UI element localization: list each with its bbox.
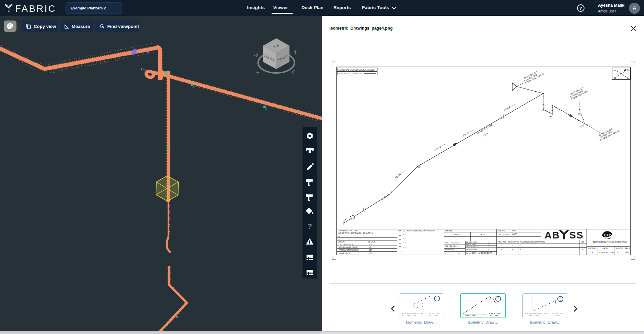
svg-text:–: – bbox=[458, 242, 460, 244]
svg-text:REV. DATE: REV. DATE bbox=[508, 240, 519, 243]
svg-text:E: E bbox=[627, 76, 629, 79]
svg-text:150#: 150# bbox=[483, 132, 488, 137]
svg-text:507: 507 bbox=[369, 252, 372, 254]
svg-text:SYS. NO.: SYS. NO. bbox=[498, 230, 505, 232]
svg-text:S: S bbox=[255, 70, 260, 76]
svg-text:RO: RO bbox=[626, 251, 629, 254]
svg-text:E: E bbox=[291, 69, 296, 75]
svg-text:–: – bbox=[338, 235, 340, 237]
svg-text:45°: 45° bbox=[577, 113, 581, 115]
svg-text:PS–04 — –: PS–04 — – bbox=[504, 103, 515, 111]
svg-text:API 571 DAMAGE MECHANISMS:: API 571 DAMAGE MECHANISMS: bbox=[398, 229, 435, 232]
svg-text:–: – bbox=[520, 248, 521, 250]
svg-text:000: 000 bbox=[512, 229, 516, 232]
svg-text:N: N bbox=[292, 49, 299, 55]
svg-text:OPER. TEMP.: OPER. TEMP. bbox=[466, 244, 476, 246]
svg-text:–: – bbox=[458, 249, 460, 251]
svg-text:?: ? bbox=[308, 222, 312, 230]
svg-text:GENERAL NOTES:: GENERAL NOTES: bbox=[338, 229, 358, 232]
svg-text:–: – bbox=[512, 244, 514, 247]
svg-text:LINE NO.: LINE NO. bbox=[602, 248, 608, 249]
svg-text:01: 01 bbox=[617, 251, 620, 254]
svg-text:–: – bbox=[520, 252, 521, 254]
svg-text:DR BY:: DR BY: bbox=[466, 253, 471, 254]
svg-text:12/22/2025: 12/22/2025 bbox=[481, 252, 492, 254]
svg-text:ADK: ADK bbox=[472, 252, 477, 254]
svg-text:–: – bbox=[445, 252, 447, 254]
svg-text:–: – bbox=[488, 241, 490, 243]
svg-text:W: W bbox=[614, 69, 616, 72]
svg-text:–: – bbox=[458, 252, 460, 254]
svg-text:–: – bbox=[582, 248, 583, 250]
svg-text:–: – bbox=[501, 252, 502, 254]
svg-text:–: – bbox=[338, 238, 340, 240]
svg-text:12C: 12C bbox=[369, 243, 373, 246]
svg-text:CIRCUIT NO.: CIRCUIT NO. bbox=[498, 233, 508, 235]
svg-text:–: – bbox=[501, 248, 502, 250]
svg-text:PLATFM ID:: PLATFM ID: bbox=[588, 248, 596, 249]
svg-text:12P: 12P bbox=[369, 249, 372, 251]
svg-text:4″x3″: 4″x3″ bbox=[580, 124, 585, 128]
svg-text:PIPE TIER (APC): PIPE TIER (APC) bbox=[445, 246, 457, 247]
svg-text:45°: 45° bbox=[541, 110, 545, 112]
svg-text:REVISION DESCRIPTION: REVISION DESCRIPTION bbox=[520, 240, 545, 243]
svg-text:SHEET NO:: SHEET NO: bbox=[615, 248, 624, 249]
svg-text:P&ID’s: P&ID’s bbox=[445, 229, 453, 232]
svg-text:–: – bbox=[520, 244, 521, 247]
svg-text:REV. #: REV. # bbox=[625, 248, 630, 249]
svg-text:–: – bbox=[512, 252, 514, 254]
svg-text:–: – bbox=[488, 246, 490, 248]
svg-text:–: – bbox=[582, 252, 583, 254]
svg-text:W: W bbox=[253, 51, 260, 59]
svg-text:S: S bbox=[614, 76, 616, 79]
svg-text:OPER. PRESS.: OPER. PRESS. bbox=[466, 249, 477, 250]
svg-text:–: – bbox=[582, 244, 583, 247]
svg-text:INSULATION: INSULATION bbox=[445, 249, 454, 251]
svg-text:PS–03 — –: PS–03 — – bbox=[462, 128, 474, 137]
svg-text:NEAREST LANDMARK: ABJ–8210: NEAREST LANDMARK: ABJ–8210 bbox=[338, 232, 373, 234]
svg-text:4089: 4089 bbox=[454, 233, 459, 235]
svg-text:CELLAR DECK: CELLAR DECK bbox=[339, 243, 354, 246]
svg-text:?: ? bbox=[579, 6, 582, 11]
svg-text:INSPECTION PIPING ISOMETRIC: INSPECTION PIPING ISOMETRIC bbox=[593, 241, 627, 243]
svg-text:DECK:: DECK: bbox=[338, 240, 345, 243]
svg-text:REV. NO.: REV. NO. bbox=[498, 240, 507, 243]
svg-text:1D: 1D bbox=[369, 246, 371, 248]
svg-text:HIGH TEMPERATURE CARBON STEEL: HIGH TEMPERATURE CARBON STEEL bbox=[338, 73, 362, 75]
svg-text:–: – bbox=[607, 244, 608, 246]
svg-text:45°: 45° bbox=[418, 166, 421, 168]
svg-text:BY: BY bbox=[581, 240, 585, 243]
svg-text:N: N bbox=[627, 68, 629, 71]
svg-text:4090: 4090 bbox=[481, 233, 485, 235]
svg-text:DESIGN PRESS.: DESIGN PRESS. bbox=[466, 246, 478, 248]
svg-text:CS: CS bbox=[590, 251, 593, 254]
svg-text:–: – bbox=[455, 237, 457, 240]
svg-text:DESIGN TEMP.: DESIGN TEMP. bbox=[466, 242, 477, 243]
svg-text:–: – bbox=[458, 245, 460, 247]
svg-text:–: – bbox=[501, 244, 502, 247]
svg-text:–: – bbox=[488, 248, 490, 250]
svg-text:PRODUCTION DECK: PRODUCTION DECK bbox=[339, 249, 359, 251]
svg-text:0000: 0000 bbox=[512, 233, 517, 235]
svg-text:45°: 45° bbox=[549, 116, 552, 118]
svg-text:45°: 45° bbox=[384, 196, 387, 198]
svg-text:–: – bbox=[508, 230, 510, 232]
svg-text:PIPE CLASS (API): PIPE CLASS (API) bbox=[445, 242, 458, 244]
svg-text:AB: AB bbox=[545, 230, 560, 240]
svg-text:PS–01 — –: PS–01 — – bbox=[395, 170, 405, 179]
svg-text:SS: SS bbox=[569, 230, 584, 240]
svg-text:BLOCK:: BLOCK: bbox=[368, 240, 376, 243]
svg-text:4″–WW–9311–MM: 4″–WW–9311–MM bbox=[599, 252, 614, 254]
svg-text:–: – bbox=[482, 237, 483, 240]
svg-text:SPAR DECK: SPAR DECK bbox=[339, 252, 351, 254]
svg-text:–: – bbox=[512, 248, 514, 250]
svg-text:OXY: OXY bbox=[604, 233, 611, 237]
svg-text:WORKOVER DECK: WORKOVER DECK bbox=[339, 246, 358, 248]
svg-text:MATERIAL COLOR CODE LEGEND:: MATERIAL COLOR CODE LEGEND: bbox=[338, 69, 375, 71]
svg-text:PS–02 — –: PS–02 — – bbox=[434, 143, 446, 151]
svg-text:4″–WN–9311–MW: 4″–WN–9311–MW bbox=[477, 123, 493, 135]
svg-text:–: – bbox=[508, 233, 510, 235]
